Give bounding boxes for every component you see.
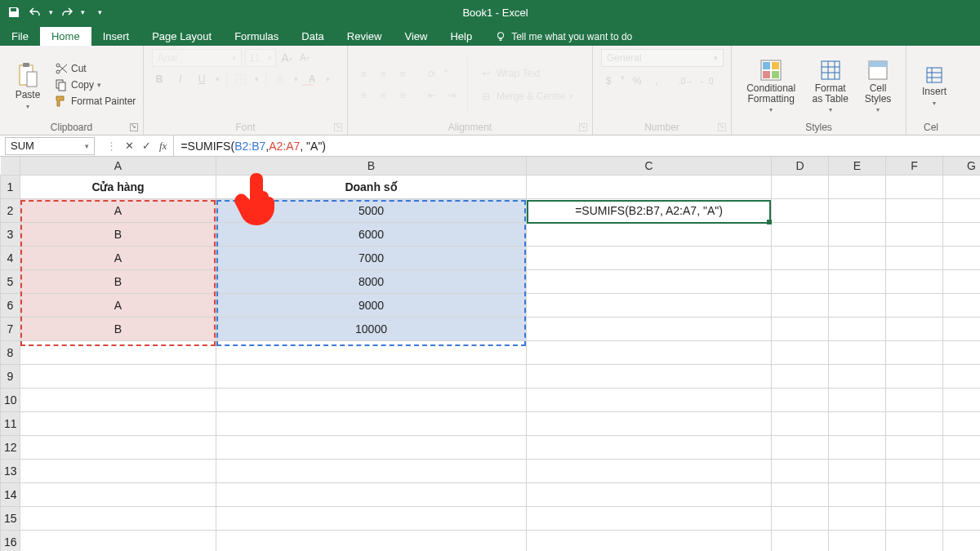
cell-B4[interactable]: 7000 — [216, 246, 527, 269]
col-header-A[interactable]: A — [20, 157, 216, 175]
row-header[interactable]: 14 — [1, 482, 20, 506]
border-button[interactable] — [234, 72, 248, 87]
cut-button[interactable]: Cut — [52, 61, 138, 76]
col-header-C[interactable]: C — [527, 157, 772, 175]
cell-B2[interactable]: 5000 — [216, 198, 527, 222]
tell-me[interactable]: Tell me what you want to do — [483, 28, 644, 46]
merge-center-button[interactable]: ⊟Merge & Center ▾ — [476, 88, 576, 104]
tab-view[interactable]: View — [393, 27, 439, 46]
fx-icon[interactable]: fx — [159, 140, 167, 153]
col-header-F[interactable]: F — [886, 157, 943, 175]
tab-formulas[interactable]: Formulas — [223, 27, 290, 46]
cell-B3[interactable]: 6000 — [216, 222, 527, 246]
dialog-launcher-icon[interactable] — [579, 123, 587, 131]
save-icon[interactable] — [7, 5, 21, 20]
underline-button[interactable]: U — [194, 72, 209, 87]
dialog-launcher-icon[interactable] — [130, 123, 138, 131]
cell-B7[interactable]: 10000 — [216, 317, 527, 340]
format-as-table-button[interactable]: Format as Table▾ — [807, 56, 853, 113]
row-header[interactable]: 5 — [1, 269, 20, 293]
cell-A3[interactable]: B — [20, 222, 216, 246]
row-header[interactable]: 13 — [1, 459, 20, 482]
cell-B6[interactable]: 9000 — [216, 293, 527, 317]
comma-format-icon[interactable]: , — [649, 73, 664, 88]
fill-color-button[interactable] — [273, 72, 287, 87]
tab-insert[interactable]: Insert — [91, 27, 141, 46]
align-right-icon[interactable]: ≡ — [395, 88, 410, 103]
undo-icon[interactable] — [28, 5, 42, 20]
row-header[interactable]: 11 — [1, 411, 20, 435]
cell-A7[interactable]: B — [20, 317, 216, 340]
redo-icon[interactable] — [60, 5, 74, 20]
insert-cells-button[interactable]: Insert▾ — [915, 62, 954, 106]
font-name-combo[interactable]: Arial▾ — [152, 49, 242, 67]
row-header[interactable]: 4 — [1, 246, 20, 269]
cell-B1[interactable]: Doanh số — [216, 175, 527, 198]
increase-decimal-icon[interactable]: .0→ — [679, 73, 693, 88]
paste-button[interactable]: Paste ▾ — [8, 59, 47, 109]
row-header[interactable]: 6 — [1, 293, 20, 317]
row-header[interactable]: 12 — [1, 435, 20, 459]
cell-A2[interactable]: A — [20, 198, 216, 222]
enter-formula-icon[interactable]: ✓ — [142, 140, 151, 152]
orientation-icon[interactable]: ⟳ — [425, 67, 439, 82]
name-box[interactable]: SUM▾ — [5, 137, 95, 155]
increase-font-icon[interactable]: A▴ — [279, 51, 294, 65]
cancel-formula-icon[interactable]: ✕ — [125, 140, 134, 152]
formula-input[interactable]: =SUMIFS(B2:B7, A2:A7, "A") — [173, 136, 980, 156]
row-header[interactable]: 10 — [1, 388, 20, 411]
cell-styles-button[interactable]: Cell Styles▾ — [858, 56, 898, 113]
worksheet[interactable]: A B C D E F G 1 Cửa hàng Doanh số 2 A 50… — [0, 157, 980, 551]
tab-review[interactable]: Review — [336, 27, 394, 46]
row-header[interactable]: 15 — [1, 506, 20, 530]
font-size-combo[interactable]: 11▾ — [245, 49, 276, 67]
col-header-G[interactable]: G — [943, 157, 981, 175]
col-header-E[interactable]: E — [829, 157, 886, 175]
row-header[interactable]: 7 — [1, 317, 20, 340]
decrease-indent-icon[interactable]: ⇤ — [425, 88, 439, 103]
undo-dropdown-icon[interactable]: ▾ — [49, 8, 53, 16]
decrease-font-icon[interactable]: A▾ — [297, 51, 312, 65]
cell-A4[interactable]: A — [20, 246, 216, 269]
bold-button[interactable]: B — [152, 72, 167, 87]
cell-C2[interactable]: =SUMIFS(B2:B7, A2:A7, "A") — [527, 198, 772, 222]
row-header[interactable]: 2 — [1, 198, 20, 222]
format-painter-button[interactable]: Format Painter — [52, 94, 138, 109]
col-header-D[interactable]: D — [772, 157, 829, 175]
cell-A5[interactable]: B — [20, 269, 216, 293]
cell-B5[interactable]: 8000 — [216, 269, 527, 293]
cell-C1[interactable] — [527, 175, 772, 198]
tab-data[interactable]: Data — [290, 27, 335, 46]
redo-dropdown-icon[interactable]: ▾ — [81, 8, 85, 16]
dialog-launcher-icon[interactable] — [334, 123, 342, 131]
font-color-button[interactable]: A — [305, 72, 319, 87]
increase-indent-icon[interactable]: ⇥ — [444, 88, 459, 103]
copy-button[interactable]: Copy▾ — [52, 78, 138, 92]
row-header[interactable]: 9 — [1, 364, 20, 388]
number-format-combo[interactable]: General▾ — [601, 49, 724, 67]
conditional-formatting-button[interactable]: Conditional Formatting▾ — [740, 56, 802, 113]
cell-A6[interactable]: A — [20, 293, 216, 317]
italic-button[interactable]: I — [173, 72, 188, 87]
wrap-text-button[interactable]: ↩Wrap Text — [476, 65, 576, 82]
align-top-icon[interactable]: ≡ — [356, 67, 371, 82]
qat-customize-icon[interactable]: ▾ — [98, 8, 102, 16]
decrease-decimal-icon[interactable]: ←.0 — [698, 73, 713, 88]
row-header[interactable]: 8 — [1, 340, 20, 364]
tab-home[interactable]: Home — [40, 27, 91, 46]
tab-page-layout[interactable]: Page Layout — [140, 27, 223, 46]
select-all-corner[interactable] — [1, 157, 20, 175]
align-left-icon[interactable]: ≡ — [356, 88, 371, 103]
align-center-icon[interactable]: ≡ — [376, 88, 390, 103]
tab-help[interactable]: Help — [439, 27, 483, 46]
accounting-format-icon[interactable]: $ — [601, 73, 616, 88]
cell-A1[interactable]: Cửa hàng — [20, 175, 216, 198]
tab-file[interactable]: File — [0, 27, 40, 46]
col-header-B[interactable]: B — [216, 157, 527, 175]
align-bottom-icon[interactable]: ≡ — [395, 67, 410, 82]
row-header[interactable]: 1 — [1, 175, 20, 198]
grid[interactable]: A B C D E F G 1 Cửa hàng Doanh số 2 A 50… — [0, 157, 980, 551]
align-middle-icon[interactable]: ≡ — [376, 67, 390, 82]
row-header[interactable]: 16 — [1, 530, 20, 551]
dialog-launcher-icon[interactable] — [718, 123, 726, 131]
